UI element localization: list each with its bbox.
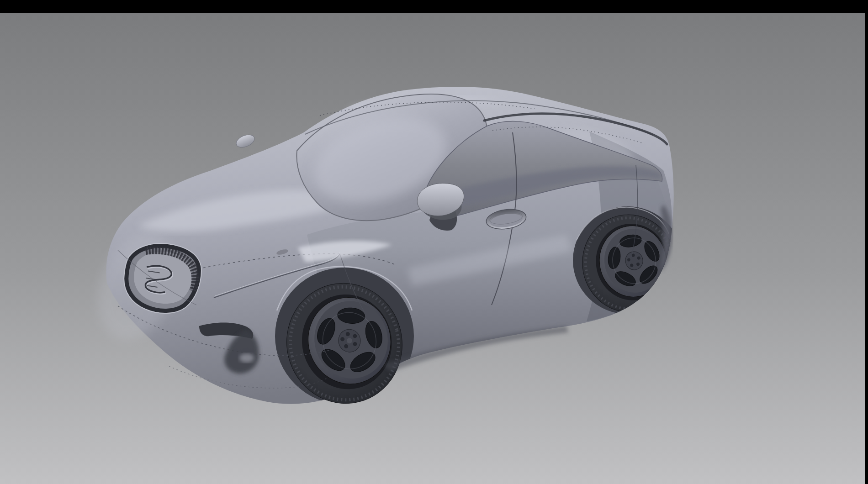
3d-viewport[interactable] <box>0 13 865 484</box>
top-bar <box>0 0 868 13</box>
car-render <box>0 13 868 484</box>
right-bar <box>865 0 868 484</box>
application-window: { "scene": { "subject": "SEAT concept ha… <box>0 0 868 484</box>
car-model[interactable] <box>84 87 683 416</box>
antenna-nub <box>234 132 256 150</box>
